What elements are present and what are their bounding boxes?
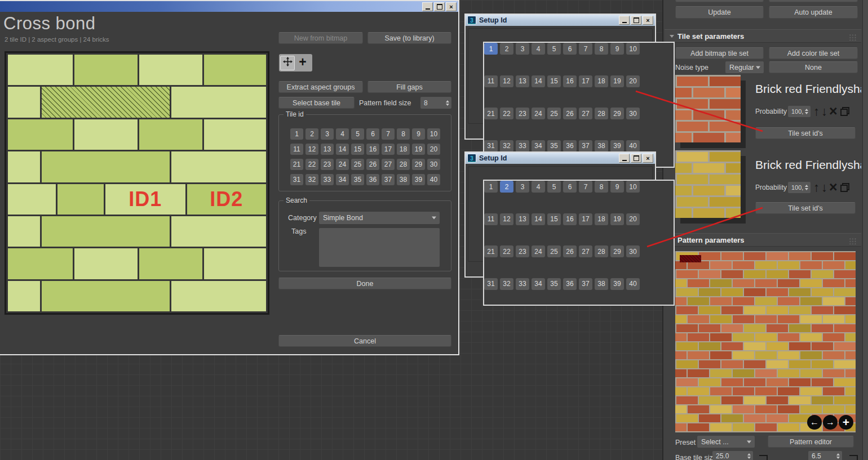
tile-id-button-28[interactable]: 28 (595, 245, 608, 257)
tile-id-button-2[interactable]: 2 (305, 128, 318, 140)
tile-id-button-20[interactable]: 20 (626, 75, 640, 87)
tile-id-button-22[interactable]: 22 (500, 108, 513, 119)
cancel-button[interactable]: Cancel (278, 335, 451, 347)
tile-id-button-11[interactable]: 11 (290, 144, 303, 155)
tile-id-button-2[interactable]: 2 (500, 43, 513, 55)
preview-brick[interactable] (8, 281, 40, 311)
tile-id-button-35[interactable]: 35 (547, 278, 561, 290)
tile-id-button-8[interactable]: 8 (397, 128, 410, 140)
close-icon[interactable]: × (643, 16, 653, 25)
tile-id-button-12[interactable]: 12 (305, 144, 318, 155)
tile-id-button-19[interactable]: 19 (610, 213, 624, 225)
tile-id-button-1[interactable]: 1 (484, 43, 498, 55)
tile-id-button-16[interactable]: 16 (563, 75, 577, 87)
tile-id-button-37[interactable]: 37 (579, 140, 592, 152)
tile-id-button-24[interactable]: 24 (336, 159, 349, 170)
tile-id-button-34[interactable]: 34 (532, 278, 545, 290)
tile-id-button-31[interactable]: 31 (290, 174, 303, 185)
tile-id-button-33[interactable]: 33 (516, 140, 529, 152)
tile-id-button-3[interactable]: 3 (321, 128, 334, 140)
tile-id-button-9[interactable]: 9 (610, 181, 624, 193)
preview-brick[interactable] (139, 119, 202, 150)
tile-id-button-12[interactable]: 12 (500, 213, 513, 225)
preview-brick[interactable] (139, 55, 202, 85)
tile-id-button-35[interactable]: 35 (351, 174, 364, 185)
tile-id-button-22[interactable]: 22 (500, 245, 513, 257)
spinner-arrows-icon[interactable] (805, 182, 808, 193)
tile-set-thumbnail-red[interactable] (675, 75, 741, 142)
preview-brick[interactable] (74, 248, 137, 279)
move-up-icon[interactable]: ↑ (813, 105, 820, 118)
preview-brick[interactable]: ID2 (187, 184, 266, 215)
delete-icon[interactable]: × (829, 104, 838, 118)
tile-id-button-15[interactable]: 15 (351, 144, 364, 155)
preview-brick[interactable] (8, 119, 73, 150)
new-from-bitmap-button[interactable]: New from bitmap (278, 32, 363, 44)
update-button[interactable]: Update (675, 6, 764, 19)
preview-brick[interactable] (74, 119, 137, 150)
tile-id-button-3[interactable]: 3 (516, 43, 529, 55)
tile-id-button-6[interactable]: 6 (563, 43, 577, 55)
tile-id-button-32[interactable]: 32 (500, 278, 513, 290)
drag-grip-icon[interactable] (849, 34, 857, 41)
preview-brick[interactable] (8, 216, 40, 247)
tile-id-button-11[interactable]: 11 (484, 213, 498, 225)
minimize-icon[interactable] (422, 2, 433, 11)
tile-id-button-16[interactable]: 16 (366, 144, 379, 155)
duplicate-icon[interactable] (840, 107, 849, 116)
move-up-icon[interactable]: ↑ (813, 181, 820, 194)
tile-id-button-29[interactable]: 29 (610, 108, 624, 119)
tile-id-button-34[interactable]: 34 (336, 174, 349, 185)
tile-id-button-38[interactable]: 38 (397, 174, 410, 185)
tile-id-button-39[interactable]: 39 (610, 140, 624, 152)
tile-id-button-25[interactable]: 25 (547, 108, 561, 119)
delete-icon[interactable]: × (829, 180, 838, 194)
selected-base-tile[interactable] (42, 87, 170, 117)
tile-id-button-13[interactable]: 13 (516, 213, 529, 225)
tile-id-button-30[interactable]: 30 (427, 159, 440, 170)
previous-pattern-button[interactable]: ← (807, 415, 822, 430)
tile-id-button-18[interactable]: 18 (595, 213, 608, 225)
probability-spinner[interactable]: 100, (788, 106, 811, 117)
close-icon[interactable]: × (446, 2, 457, 11)
tile-id-button-29[interactable]: 29 (610, 245, 624, 257)
tile-id-button-13[interactable]: 13 (321, 144, 334, 155)
panel-scrollbar[interactable] (862, 0, 868, 460)
tile-id-button-14[interactable]: 14 (532, 213, 545, 225)
preview-brick[interactable] (42, 216, 170, 247)
tile-id-button-3[interactable]: 3 (516, 181, 529, 193)
store-button[interactable]: Store (675, 0, 764, 2)
tile-id-button-15[interactable]: 15 (547, 75, 561, 87)
pattern-field-size-spinner[interactable]: 8 (420, 97, 451, 109)
add-bitmap-tile-set-button[interactable]: Add bitmap tile set (675, 47, 764, 59)
tile-id-button-5[interactable]: 5 (547, 181, 561, 193)
maximize-icon[interactable] (631, 16, 641, 25)
base-tile-height-spinner[interactable]: 6.5 (808, 451, 842, 460)
dialog-title-bar[interactable]: 3 Setup Id × (466, 15, 655, 26)
tile-id-button-24[interactable]: 24 (532, 108, 545, 119)
tile-id-button-4[interactable]: 4 (532, 43, 545, 55)
tile-id-button-39[interactable]: 39 (412, 174, 425, 185)
tile-id-button-32[interactable]: 32 (305, 174, 318, 185)
tile-id-button-30[interactable]: 30 (626, 245, 640, 257)
tile-id-button-21[interactable]: 21 (484, 245, 498, 257)
duplicate-icon[interactable] (840, 183, 849, 192)
tile-id-button-35[interactable]: 35 (547, 140, 561, 152)
tile-id-button-1[interactable]: 1 (484, 181, 498, 193)
move-down-icon[interactable]: ↓ (821, 181, 827, 194)
tile-id-button-38[interactable]: 38 (595, 278, 608, 290)
preview-brick[interactable] (204, 55, 266, 85)
preview-brick[interactable] (139, 248, 202, 279)
preview-brick[interactable] (171, 151, 266, 182)
maximize-icon[interactable] (631, 154, 641, 163)
preset-select[interactable]: Select ... (697, 436, 755, 448)
tile-id-button-4[interactable]: 4 (532, 181, 545, 193)
tile-id-button-30[interactable]: 30 (626, 108, 640, 119)
preview-brick[interactable] (8, 184, 56, 215)
tile-id-button-23[interactable]: 23 (516, 108, 529, 119)
minimize-icon[interactable] (619, 154, 630, 163)
none-button[interactable]: None (769, 61, 858, 73)
tile-id-button-4[interactable]: 4 (336, 128, 349, 140)
dialog-title-bar[interactable]: 3 Setup Id × (466, 153, 655, 164)
tile-id-button-18[interactable]: 18 (595, 75, 608, 87)
